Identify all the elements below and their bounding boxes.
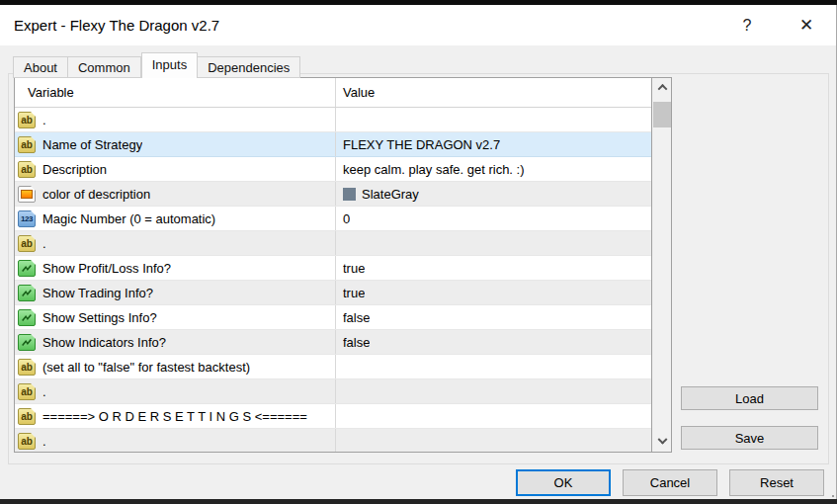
tab-bar: About Common Inputs Dependencies [13, 49, 300, 78]
reset-button[interactable]: Reset [729, 469, 824, 496]
param-row[interactable]: Show Indicators Info?false [15, 330, 651, 355]
color-param-icon [18, 186, 36, 203]
param-value[interactable]: false [343, 335, 370, 350]
param-value[interactable]: FLEXY THE DRAGON v2.7 [343, 137, 500, 152]
param-row[interactable]: ab. [15, 379, 651, 404]
window-title: Expert - Flexy The Dragon v2.7 [14, 5, 219, 45]
param-value[interactable]: keep calm. play safe. get rich. :) [343, 162, 525, 177]
help-icon[interactable]: ? [727, 5, 767, 45]
scrollbar-thumb[interactable] [653, 102, 671, 127]
param-value[interactable]: true [343, 286, 365, 300]
param-row[interactable]: abName of StrategyFLEXY THE DRAGON v2.7 [15, 132, 651, 157]
column-header-value: Value [336, 78, 671, 107]
text-param-icon: ab [18, 359, 36, 376]
param-table-body: ab.abName of StrategyFLEXY THE DRAGON v2… [15, 108, 651, 452]
text-param-icon: ab [18, 136, 36, 153]
tab-dependencies[interactable]: Dependencies [198, 56, 300, 78]
param-value[interactable]: SlateGray [362, 187, 419, 202]
text-param-icon: ab [18, 235, 36, 252]
param-name: . [42, 384, 46, 399]
bool-param-icon [18, 260, 36, 277]
param-name: Show Trading Info? [42, 286, 153, 300]
param-row[interactable]: Show Trading Info?true [15, 281, 651, 305]
param-value[interactable]: false [343, 310, 370, 325]
param-value[interactable]: true [343, 261, 365, 276]
param-row[interactable]: Show Profit/Loss Info?true [15, 256, 651, 281]
text-param-icon: ab [18, 112, 36, 128]
vertical-scrollbar[interactable] [651, 78, 671, 452]
param-name: Name of Strategy [42, 137, 142, 152]
screen: Expert - Flexy The Dragon v2.7 ? ✕ About… [0, 0, 837, 504]
bool-param-icon [18, 285, 36, 301]
text-param-icon: ab [18, 383, 36, 400]
tab-common[interactable]: Common [68, 56, 141, 78]
param-row[interactable]: color of descriptionSlateGray [15, 182, 651, 207]
tab-about[interactable]: About [13, 56, 68, 78]
param-row[interactable]: ab. [15, 231, 651, 256]
param-row[interactable]: ab. [15, 108, 651, 132]
param-name: (set all to "false" for fastest backtest… [42, 360, 250, 375]
number-param-icon: 123 [18, 210, 36, 227]
cancel-button[interactable]: Cancel [623, 469, 717, 496]
close-icon[interactable]: ✕ [787, 5, 826, 45]
param-name: . [42, 434, 46, 449]
param-name: Show Indicators Info? [42, 335, 166, 350]
inputs-table: Variable Value ab.abName of StrategyFLEX… [14, 77, 672, 453]
param-name: . [42, 236, 46, 251]
bool-param-icon [18, 334, 36, 351]
expert-properties-dialog: Expert - Flexy The Dragon v2.7 ? ✕ About… [0, 5, 837, 499]
color-swatch [343, 188, 356, 201]
table-header: Variable Value [15, 78, 671, 108]
tab-inputs[interactable]: Inputs [141, 52, 198, 78]
param-row[interactable]: 123Magic Number (0 = automatic)0 [15, 207, 651, 231]
background-bottom [0, 499, 837, 504]
column-header-variable: Variable [15, 78, 336, 107]
text-param-icon: ab [18, 161, 36, 178]
bool-param-icon [18, 309, 36, 326]
titlebar: Expert - Flexy The Dragon v2.7 ? ✕ [0, 5, 836, 45]
save-button[interactable]: Save [681, 426, 818, 450]
ok-button[interactable]: OK [516, 469, 611, 496]
param-row[interactable]: abDescriptionkeep calm. play safe. get r… [15, 157, 651, 182]
param-name: . [42, 113, 46, 127]
scroll-down-icon[interactable] [653, 433, 671, 452]
text-param-icon: ab [18, 433, 36, 450]
text-param-icon: ab [18, 408, 36, 425]
param-name: ======> O R D E R S E T T I N G S <=====… [42, 409, 307, 424]
param-row[interactable]: Show Settings Info?false [15, 305, 651, 330]
load-button[interactable]: Load [681, 386, 818, 410]
param-row[interactable]: ab======> O R D E R S E T T I N G S <===… [15, 404, 651, 429]
param-name: Show Settings Info? [42, 310, 157, 325]
param-name: Show Profit/Loss Info? [42, 261, 171, 276]
param-value[interactable]: 0 [343, 211, 350, 226]
param-name: Description [42, 162, 107, 177]
param-row[interactable]: ab. [15, 429, 651, 452]
param-name: Magic Number (0 = automatic) [42, 211, 215, 226]
param-name: color of description [42, 187, 150, 202]
scroll-up-icon[interactable] [653, 78, 671, 97]
param-row[interactable]: ab(set all to "false" for fastest backte… [15, 355, 651, 379]
